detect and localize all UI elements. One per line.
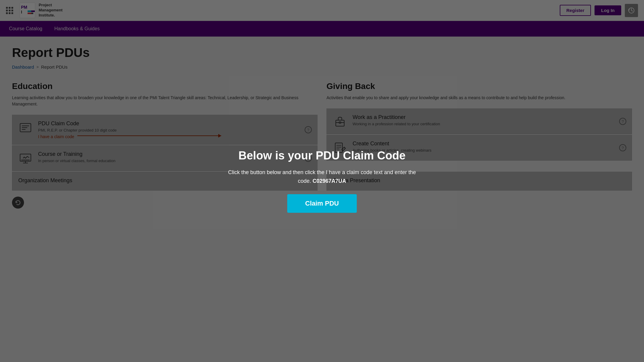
modal-description: Click the button below and then click th… [228,168,416,185]
modal-desc-part1: Click the button below and then click th… [228,169,416,175]
modal-overlay: Below is your PDU Claim Code Click the b… [0,0,644,362]
modal-title: Below is your PDU Claim Code [228,149,416,162]
claim-pdu-button[interactable]: Claim PDU [287,194,357,213]
modal-desc-part2: code. [298,178,311,184]
modal-popup: Below is your PDU Claim Code Click the b… [222,143,422,219]
modal-code: C02967A7UA [313,178,346,184]
